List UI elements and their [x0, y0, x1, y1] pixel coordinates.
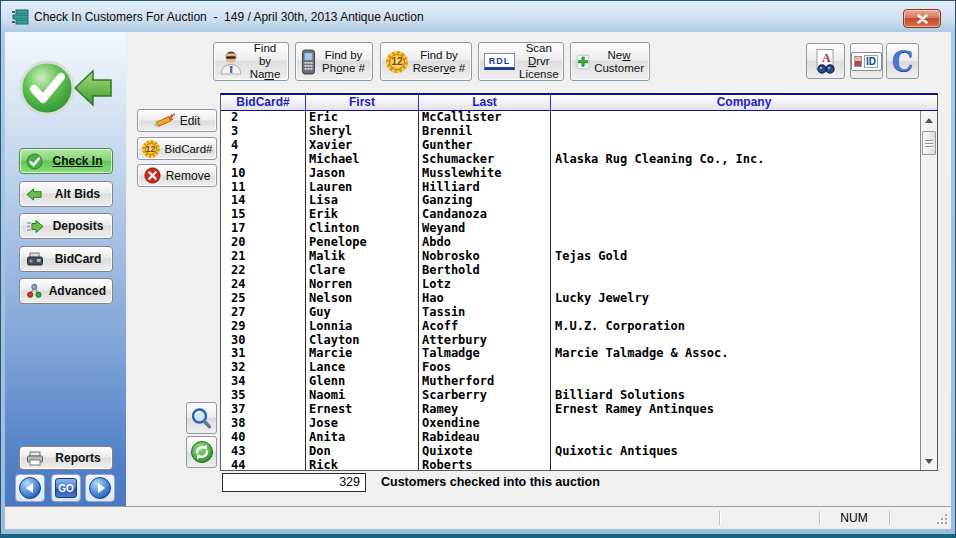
sidebar-item-check-in[interactable]: Check In — [19, 148, 113, 174]
cell-bid: 22 — [221, 264, 306, 278]
table-row[interactable]: 17ClintonWeyand — [221, 222, 920, 236]
go-button[interactable]: GO — [51, 474, 81, 502]
header-company[interactable]: Company — [551, 95, 937, 110]
go-label: GO — [55, 478, 77, 498]
app-body: Check In Alt Bids Deposits — [5, 32, 951, 506]
remove-button[interactable]: Remove — [137, 164, 217, 187]
table-row[interactable]: 22ClareBerthold — [221, 264, 920, 278]
table-row[interactable]: 31MarcieTalmadgeMarcie Talmadge & Assoc. — [221, 347, 920, 361]
button-label-line2: Customer — [594, 62, 644, 74]
reports-button[interactable]: Reports — [19, 446, 113, 470]
cell-first: Don — [306, 445, 419, 459]
table-row[interactable]: 24NorrenLotz — [221, 278, 920, 292]
titlebar[interactable]: Check In Customers For Auction - 149 / A… — [2, 2, 954, 32]
cell-company: Alaska Rug Cleaning Co., Inc. — [551, 153, 920, 167]
table-row[interactable]: 34GlennMutherford — [221, 375, 920, 389]
table-row[interactable]: 35NaomiScarberryBilliard Solutions — [221, 389, 920, 403]
table-row[interactable]: 32LanceFoos — [221, 361, 920, 375]
button-label-line2: Reserve # — [413, 62, 465, 74]
table-row[interactable]: 14LisaGanzing — [221, 194, 920, 208]
new-customer-button[interactable]: New Customer — [570, 42, 650, 81]
table-row[interactable]: 44RickRoberts — [221, 459, 920, 470]
table-row[interactable]: 7MichaelSchumackerAlaska Rug Cleaning Co… — [221, 153, 920, 167]
find-report-button[interactable]: A — [806, 43, 845, 79]
table-row[interactable]: 15ErikCandanoza — [221, 208, 920, 222]
table-row[interactable]: 10JasonMusslewhite — [221, 167, 920, 181]
cell-company — [551, 236, 920, 250]
refresh-button[interactable] — [186, 436, 217, 468]
main-content: Find by Name Fin — [127, 32, 951, 506]
close-button[interactable] — [903, 9, 941, 28]
cell-first: Glenn — [306, 375, 419, 389]
table-row[interactable]: 30ClaytonAtterbury — [221, 334, 920, 348]
table-body: 2EricMcCallister3SherylBrennil4XavierGun… — [221, 111, 920, 470]
app-icon — [11, 9, 29, 26]
vertical-scrollbar[interactable] — [920, 111, 937, 470]
find-by-phone-button[interactable]: Find by Phone # — [295, 42, 373, 81]
table-row[interactable]: 20PenelopeAbdo — [221, 236, 920, 250]
sidebar-item-bidcard[interactable]: BidCard — [19, 246, 113, 272]
sidebar: Check In Alt Bids Deposits — [5, 32, 127, 506]
plus-icon — [576, 49, 590, 75]
resize-grip[interactable] — [936, 513, 949, 526]
cell-first: Malik — [306, 250, 419, 264]
header-last[interactable]: Last — [419, 95, 551, 110]
sidebar-item-label: Check In — [49, 154, 106, 168]
table-row[interactable]: 37ErnestRameyErnest Ramey Antinques — [221, 403, 920, 417]
sidebar-item-deposits[interactable]: Deposits — [19, 213, 113, 239]
table-row[interactable]: 4XavierGunther — [221, 139, 920, 153]
c-logo-button[interactable]: C — [886, 43, 919, 79]
cell-bid: 30 — [221, 334, 306, 348]
table-row[interactable]: 3SherylBrennil — [221, 125, 920, 139]
scroll-up-icon[interactable] — [922, 113, 936, 127]
search-button[interactable] — [186, 402, 217, 434]
nav-next-button[interactable] — [85, 474, 115, 502]
table-row[interactable]: 25NelsonHaoLucky Jewelry — [221, 292, 920, 306]
table-row[interactable]: 21MalikNobroskoTejas Gold — [221, 250, 920, 264]
table-row[interactable]: 40AnitaRabideau — [221, 431, 920, 445]
cell-bid: 20 — [221, 236, 306, 250]
cell-bid: 27 — [221, 306, 306, 320]
id-card-button[interactable]: ID — [850, 43, 883, 79]
table-row[interactable]: 11LaurenHilliard — [221, 181, 920, 195]
id-card-icon: ID — [851, 52, 882, 71]
edit-label: Edit — [180, 114, 201, 128]
find-by-reserve-button[interactable]: 12 Find by Reserve # — [380, 42, 472, 81]
bidcard-number-button[interactable]: 12 BidCard# — [137, 137, 217, 160]
cell-first: Norren — [306, 278, 419, 292]
cell-first: Sheryl — [306, 125, 419, 139]
table-row[interactable]: 38JoseOxendine — [221, 417, 920, 431]
button-label-line1: Scan Drvr — [526, 42, 552, 67]
find-by-name-button[interactable]: Find by Name — [213, 42, 289, 81]
edit-button[interactable]: Edit — [137, 109, 217, 132]
cell-last: Schumacker — [419, 153, 551, 167]
sidebar-item-advanced[interactable]: Advanced — [19, 278, 113, 304]
sidebar-item-alt-bids[interactable]: Alt Bids — [19, 181, 113, 207]
cell-company — [551, 181, 920, 195]
cell-last: McCallister — [419, 111, 551, 125]
header-bidcard[interactable]: BidCard# — [221, 95, 306, 110]
badge-12-icon: 12 — [386, 51, 408, 73]
remove-icon — [144, 167, 161, 184]
scroll-down-icon[interactable] — [922, 454, 936, 468]
cell-company — [551, 264, 920, 278]
cell-last: Weyand — [419, 222, 551, 236]
cell-company — [551, 306, 920, 320]
cell-company — [551, 194, 920, 208]
c-logo-icon: C — [892, 46, 914, 77]
table-row[interactable]: 29LonniaAcoffM.U.Z. Corporation — [221, 320, 920, 334]
cell-company — [551, 417, 920, 431]
table-row[interactable]: 43DonQuixoteQuixotic Antiques — [221, 445, 920, 459]
cell-company: Marcie Talmadge & Assoc. — [551, 347, 920, 361]
nav-previous-button[interactable] — [15, 474, 45, 502]
scan-drvr-license-button[interactable]: RDL Scan Drvr License — [478, 42, 564, 81]
cell-bid: 15 — [221, 208, 306, 222]
cell-bid: 11 — [221, 181, 306, 195]
arrow-left-circle-icon — [19, 477, 41, 499]
scrollbar-thumb[interactable] — [922, 131, 936, 155]
header-first[interactable]: First — [306, 95, 419, 110]
table-row[interactable]: 2EricMcCallister — [221, 111, 920, 125]
cell-last: Oxendine — [419, 417, 551, 431]
table-row[interactable]: 27GuyTassin — [221, 306, 920, 320]
button-label-line2: License — [519, 68, 559, 80]
